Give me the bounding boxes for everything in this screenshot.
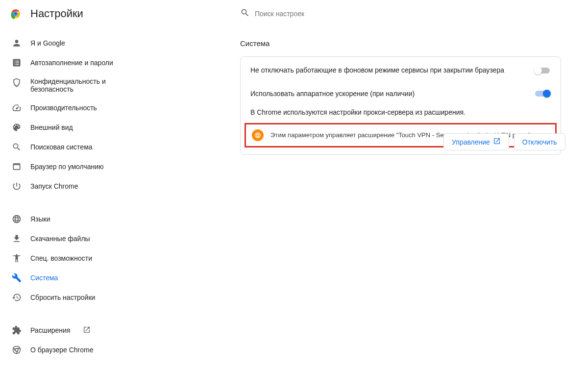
- disable-button-label: Отключить: [522, 138, 557, 146]
- restore-icon: [12, 293, 22, 302]
- speed-icon: [12, 103, 22, 113]
- page-title: Настройки: [30, 7, 83, 20]
- hardware-accel-toggle[interactable]: [534, 89, 551, 98]
- svg-point-3: [14, 12, 17, 15]
- search-icon: [240, 8, 255, 20]
- sidebar-item-performance[interactable]: Производительность: [0, 98, 137, 118]
- manage-extension-button[interactable]: Управление: [443, 133, 509, 150]
- sidebar-item-label: Языки: [30, 215, 50, 223]
- sidebar-item-accessibility[interactable]: Спец. возможности: [0, 248, 137, 268]
- sidebar-item-default-browser[interactable]: Браузер по умолчанию: [0, 157, 137, 176]
- power-icon: [12, 181, 22, 191]
- shield-icon: [12, 77, 22, 87]
- sidebar-item-label: Скачанные файлы: [30, 235, 90, 243]
- search-input[interactable]: [255, 10, 402, 18]
- browser-icon: [12, 162, 22, 172]
- sidebar-item-label: Я и Google: [30, 39, 65, 47]
- sidebar-item-label: Спец. возможности: [30, 254, 92, 262]
- accessibility-icon: [12, 253, 22, 263]
- sidebar-item-label: Автозаполнение и пароли: [30, 59, 113, 67]
- manage-button-label: Управление: [452, 138, 490, 146]
- sidebar-item-privacy[interactable]: Конфиденциальность и безопасность: [0, 73, 137, 98]
- sidebar-item-extensions[interactable]: Расширения: [0, 320, 137, 340]
- sidebar-item-label: Конфиденциальность и безопасность: [30, 77, 119, 93]
- person-icon: [12, 38, 22, 48]
- disable-extension-button[interactable]: Отключить: [514, 133, 565, 150]
- background-services-row: Не отключать работающие в фоновом режиме…: [241, 59, 561, 82]
- hardware-accel-label: Использовать аппаратное ускорение (при н…: [250, 89, 534, 99]
- search-icon: [12, 142, 22, 152]
- sidebar-item-languages[interactable]: Языки: [0, 209, 137, 229]
- sidebar-item-autofill[interactable]: Автозаполнение и пароли: [0, 53, 137, 73]
- sidebar-item-label: Система: [30, 274, 58, 282]
- extension-globe-icon: [252, 129, 264, 141]
- download-icon: [12, 234, 22, 244]
- extension-icon: [12, 325, 22, 335]
- chrome-logo-icon: [10, 8, 22, 20]
- sidebar-item-you-and-google[interactable]: Я и Google: [0, 33, 137, 53]
- sidebar: Я и Google Автозаполнение и пароли Конфи…: [0, 27, 137, 392]
- section-title: Система: [240, 39, 588, 48]
- autofill-icon: [12, 58, 22, 68]
- chrome-outline-icon: [12, 345, 22, 355]
- globe-icon: [12, 214, 22, 224]
- sidebar-item-reset[interactable]: Сбросить настройки: [0, 288, 137, 307]
- sidebar-item-label: Сбросить настройки: [30, 294, 95, 301]
- sidebar-item-system[interactable]: Система: [0, 268, 137, 288]
- open-external-icon: [83, 326, 91, 335]
- sidebar-item-label: Поисковая система: [30, 143, 93, 151]
- sidebar-item-label: Браузер по умолчанию: [30, 163, 104, 171]
- sidebar-item-appearance[interactable]: Внешний вид: [0, 118, 137, 137]
- search-container[interactable]: [240, 8, 402, 20]
- sidebar-item-about[interactable]: О браузере Chrome: [0, 340, 137, 360]
- wrench-icon: [12, 273, 22, 283]
- sidebar-item-label: Производительность: [30, 104, 97, 112]
- palette-icon: [12, 122, 22, 132]
- sidebar-item-on-startup[interactable]: Запуск Chrome: [0, 176, 137, 196]
- background-services-label: Не отключать работающие в фоновом режиме…: [250, 66, 534, 75]
- sidebar-item-search-engine[interactable]: Поисковая система: [0, 137, 137, 157]
- main-content: Система Не отключать работающие в фоново…: [137, 27, 588, 392]
- hardware-accel-row: Использовать аппаратное ускорение (при н…: [241, 82, 561, 106]
- sidebar-item-downloads[interactable]: Скачанные файлы: [0, 229, 137, 248]
- background-services-toggle[interactable]: [534, 66, 551, 75]
- open-external-icon: [493, 137, 501, 147]
- sidebar-item-label: Расширения: [30, 326, 70, 334]
- sidebar-item-label: О браузере Chrome: [30, 346, 94, 354]
- sidebar-item-label: Запуск Chrome: [30, 182, 78, 190]
- sidebar-item-label: Внешний вид: [30, 123, 73, 131]
- proxy-note: В Chrome используются настройки прокси-с…: [241, 105, 561, 123]
